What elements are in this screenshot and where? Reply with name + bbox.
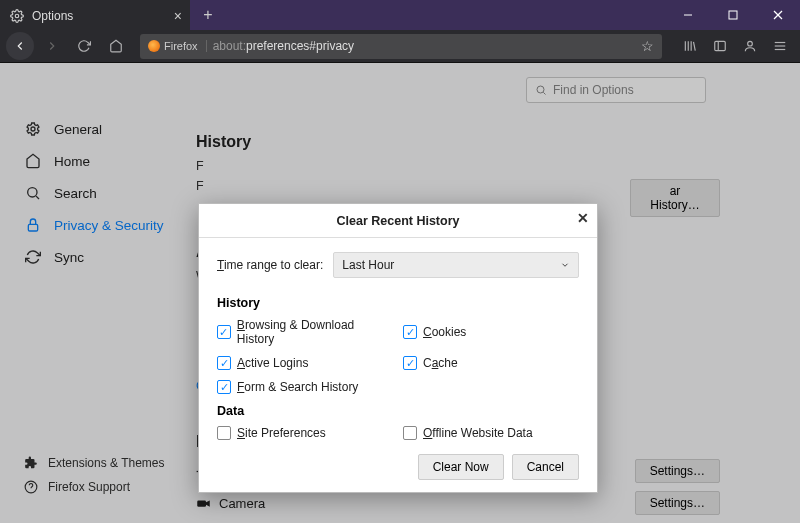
check-offline-data[interactable]: Offline Website Data (403, 426, 579, 440)
checkbox-icon (217, 325, 231, 339)
url-bar[interactable]: Firefox about:preferences#privacy ☆ (140, 34, 662, 59)
navigation-toolbar: Firefox about:preferences#privacy ☆ (0, 30, 800, 63)
tab-close-icon[interactable]: × (174, 8, 182, 24)
group-history-title: History (217, 296, 579, 310)
dialog-header: Clear Recent History ✕ (199, 204, 597, 238)
clear-now-button[interactable]: Clear Now (418, 454, 504, 480)
svg-rect-9 (715, 41, 726, 50)
check-form-history[interactable]: Form & Search History (217, 380, 393, 394)
clear-history-dialog: Clear Recent History ✕ Time range to cle… (198, 203, 598, 493)
library-button[interactable] (676, 32, 704, 60)
time-range-label: Time range to clear: (217, 258, 323, 272)
browser-tab[interactable]: Options × (0, 0, 190, 30)
time-range-select[interactable]: Last Hour (333, 252, 579, 278)
time-range-value: Last Hour (342, 258, 394, 272)
app-menu-button[interactable] (766, 32, 794, 60)
check-site-preferences[interactable]: Site Preferences (217, 426, 393, 440)
identity-box[interactable]: Firefox (148, 40, 207, 52)
identity-label: Firefox (164, 40, 198, 52)
forward-button[interactable] (38, 32, 66, 60)
firefox-icon (148, 40, 160, 52)
bookmark-star-icon[interactable]: ☆ (641, 38, 654, 54)
account-button[interactable] (736, 32, 764, 60)
check-cookies[interactable]: Cookies (403, 318, 579, 346)
svg-line-8 (694, 42, 696, 51)
tab-title: Options (32, 9, 166, 23)
sidebar-button[interactable] (706, 32, 734, 60)
checkbox-icon (217, 356, 231, 370)
window-close-button[interactable] (755, 0, 800, 30)
checkbox-icon (217, 426, 231, 440)
titlebar: Options × + (0, 0, 800, 30)
check-active-logins[interactable]: Active Logins (217, 356, 393, 370)
svg-point-11 (748, 41, 753, 46)
check-cache[interactable]: Cache (403, 356, 579, 370)
home-button[interactable] (102, 32, 130, 60)
minimize-button[interactable] (665, 0, 710, 30)
group-data-title: Data (217, 404, 579, 418)
checkbox-icon (403, 356, 417, 370)
preferences-page: Find in Options General Home Search Priv… (0, 63, 800, 523)
maximize-button[interactable] (710, 0, 755, 30)
window-controls (665, 0, 800, 30)
url-text: about:preferences#privacy (213, 39, 354, 53)
chevron-down-icon (560, 260, 570, 270)
svg-point-0 (15, 14, 19, 18)
svg-rect-2 (729, 11, 737, 19)
checkbox-icon (217, 380, 231, 394)
dialog-title: Clear Recent History (337, 214, 460, 228)
check-browsing-history[interactable]: Browsing & Download History (217, 318, 393, 346)
back-button[interactable] (6, 32, 34, 60)
checkbox-icon (403, 426, 417, 440)
dialog-close-button[interactable]: ✕ (577, 210, 589, 226)
reload-button[interactable] (70, 32, 98, 60)
checkbox-icon (403, 325, 417, 339)
new-tab-button[interactable]: + (194, 1, 222, 29)
gear-icon (10, 9, 24, 23)
cancel-button[interactable]: Cancel (512, 454, 579, 480)
